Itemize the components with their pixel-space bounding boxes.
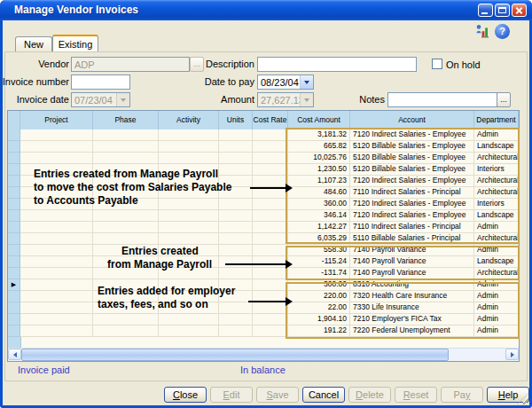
cell-account[interactable]: 7110 Indirect Salaries - Principal bbox=[350, 222, 474, 233]
cell-project[interactable] bbox=[20, 210, 93, 222]
cell-activity[interactable] bbox=[159, 153, 219, 164]
save-button[interactable]: Save bbox=[256, 387, 299, 403]
row-selector-cell[interactable] bbox=[8, 326, 20, 337]
cell-phase[interactable] bbox=[93, 141, 159, 153]
titlebar[interactable]: Manage Vendor Invoices bbox=[0, 0, 532, 20]
cell-cost-amount[interactable]: 1,904.10 bbox=[288, 314, 350, 326]
tab-new[interactable]: New bbox=[15, 36, 52, 51]
cell-department[interactable]: Admin bbox=[474, 314, 519, 326]
cell-department[interactable]: Architectural bbox=[474, 176, 519, 187]
cell-department[interactable]: Admin bbox=[474, 302, 519, 314]
cell-department[interactable]: Landscape bbox=[474, 141, 519, 153]
cell-units[interactable] bbox=[219, 268, 253, 279]
table-row[interactable]: 558.307140 Payroll VarianceAdmin bbox=[8, 245, 519, 256]
table-row[interactable]: 1,142.277110 Indirect Salaries - Princip… bbox=[8, 222, 519, 233]
date-to-pay-combo[interactable]: 08/23/04 bbox=[257, 75, 314, 90]
cell-units[interactable] bbox=[219, 129, 253, 141]
row-selector-cell[interactable] bbox=[8, 129, 20, 141]
cell-project[interactable] bbox=[20, 233, 93, 245]
cell-activity[interactable] bbox=[159, 326, 219, 337]
row-selector-cell[interactable] bbox=[8, 222, 20, 233]
cell-cost-rate[interactable] bbox=[253, 314, 288, 326]
cell-account[interactable]: 5110 Billable Salaries - Principal bbox=[350, 233, 474, 245]
cell-account[interactable]: 5120 Billable Salaries - Employee bbox=[350, 141, 474, 153]
cell-account[interactable]: 7140 Payroll Variance bbox=[350, 256, 474, 268]
notes-browse-button[interactable]: ... bbox=[497, 92, 511, 107]
cell-account[interactable]: 7110 Indirect Salaries - Principal bbox=[350, 187, 474, 199]
cell-cost-amount[interactable]: 1,142.27 bbox=[288, 222, 350, 233]
cell-project[interactable] bbox=[20, 153, 93, 164]
cell-project[interactable] bbox=[20, 141, 93, 153]
cell-units[interactable] bbox=[219, 326, 253, 337]
cell-phase[interactable] bbox=[93, 129, 159, 141]
vendor-browse-button[interactable]: ... bbox=[190, 57, 204, 72]
cell-project[interactable] bbox=[20, 256, 93, 268]
scroll-right-button[interactable] bbox=[505, 349, 519, 360]
cell-phase[interactable] bbox=[93, 314, 159, 326]
cell-project[interactable] bbox=[20, 279, 93, 291]
row-selector-cell[interactable] bbox=[8, 314, 20, 326]
amount-combo[interactable]: 27,627.13 bbox=[257, 92, 314, 107]
cell-units[interactable] bbox=[219, 141, 253, 153]
cell-department[interactable]: Admin bbox=[474, 326, 519, 337]
description-field[interactable] bbox=[257, 57, 417, 72]
pay-button[interactable]: Pay bbox=[441, 387, 483, 403]
row-selector-cell[interactable] bbox=[8, 302, 20, 314]
cell-cost-amount[interactable]: 665.82 bbox=[288, 141, 350, 153]
tab-existing[interactable]: Existing bbox=[52, 35, 98, 51]
row-selector-cell[interactable] bbox=[8, 268, 20, 279]
cell-activity[interactable] bbox=[159, 210, 219, 222]
cell-cost-amount[interactable]: 360.00 bbox=[288, 199, 350, 210]
chevron-down-icon[interactable] bbox=[300, 75, 313, 89]
cell-activity[interactable] bbox=[159, 222, 219, 233]
scroll-left-button[interactable] bbox=[8, 349, 21, 360]
cell-cost-rate[interactable] bbox=[253, 129, 288, 141]
cell-account[interactable]: 7220 Federal Unemployment bbox=[350, 326, 474, 337]
cell-cost-rate[interactable] bbox=[253, 164, 288, 176]
row-selector-cell[interactable] bbox=[8, 245, 20, 256]
table-row[interactable]: 1,904.107210 Employer's FICA TaxAdmin bbox=[8, 314, 519, 326]
cell-activity[interactable] bbox=[159, 233, 219, 245]
table-row[interactable]: 10,025.765120 Billable Salaries - Employ… bbox=[8, 153, 519, 164]
table-row[interactable]: 346.147120 Indirect Salaries - EmployeeL… bbox=[8, 210, 519, 222]
invoice-date-combo[interactable]: 07/23/04 bbox=[71, 92, 130, 107]
cell-department[interactable]: Landscape bbox=[474, 256, 519, 268]
cell-cost-rate[interactable] bbox=[253, 245, 288, 256]
cell-cost-amount[interactable]: 300.00 bbox=[288, 279, 350, 291]
cancel-button[interactable]: Cancel bbox=[302, 387, 345, 403]
cell-project[interactable] bbox=[20, 222, 93, 233]
on-hold-checkbox[interactable] bbox=[432, 59, 442, 69]
cell-units[interactable] bbox=[219, 210, 253, 222]
cell-department[interactable]: Architectural bbox=[474, 233, 519, 245]
cell-project[interactable] bbox=[20, 268, 93, 279]
cell-department[interactable]: Admin bbox=[474, 245, 519, 256]
invoice-number-field[interactable] bbox=[71, 75, 130, 90]
invoice-line-items-table[interactable]: Project Phase Activity Units Cost Rate C… bbox=[7, 110, 520, 362]
table-row[interactable]: 3,181.327120 Indirect Salaries - Employe… bbox=[8, 129, 519, 141]
row-selector-cell[interactable] bbox=[8, 187, 20, 199]
table-row[interactable]: 665.825120 Billable Salaries - EmployeeL… bbox=[8, 141, 519, 153]
row-selector-cell[interactable] bbox=[8, 210, 20, 222]
cell-account[interactable]: 8310 Accounting bbox=[350, 279, 474, 291]
cell-phase[interactable] bbox=[93, 326, 159, 337]
cell-phase[interactable] bbox=[93, 210, 159, 222]
row-selector-cell[interactable] bbox=[8, 199, 20, 210]
table-row[interactable]: 6,035.295110 Billable Salaries - Princip… bbox=[8, 233, 519, 245]
cell-department[interactable]: Admin bbox=[474, 279, 519, 291]
row-marker-cell[interactable]: ▶ bbox=[8, 279, 20, 291]
cell-account[interactable]: 7140 Payroll Variance bbox=[350, 245, 474, 256]
cell-phase[interactable] bbox=[93, 233, 159, 245]
department-column-header[interactable]: Department bbox=[474, 111, 519, 129]
cell-account[interactable]: 7120 Indirect Salaries - Employee bbox=[350, 210, 474, 222]
close-button[interactable]: Close bbox=[164, 387, 207, 403]
cell-units[interactable] bbox=[219, 314, 253, 326]
horizontal-scrollbar[interactable] bbox=[8, 348, 519, 361]
row-selector-cell[interactable] bbox=[8, 164, 20, 176]
cell-department[interactable]: Admin bbox=[474, 291, 519, 302]
cell-department[interactable]: Admin bbox=[474, 222, 519, 233]
cell-cost-rate[interactable] bbox=[253, 141, 288, 153]
cell-units[interactable] bbox=[219, 222, 253, 233]
cell-account[interactable]: 5120 Billable Salaries - Employee bbox=[350, 153, 474, 164]
cell-cost-amount[interactable]: 484.60 bbox=[288, 187, 350, 199]
cell-cost-rate[interactable] bbox=[253, 176, 288, 187]
